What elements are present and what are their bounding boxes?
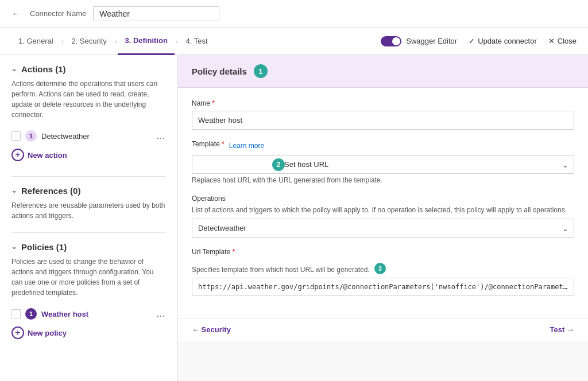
main-layout: ⌄ Actions (1) Actions determine the oper…: [0, 55, 588, 381]
policy-checkbox[interactable]: [11, 309, 21, 318]
required-indicator: *: [232, 248, 235, 256]
top-bar: ← Connector Name: [0, 0, 588, 28]
operations-select[interactable]: Detectweather: [192, 219, 574, 238]
references-section-header[interactable]: ⌄ References (0): [11, 186, 166, 196]
close-icon: ✕: [548, 37, 555, 45]
required-indicator: *: [222, 140, 225, 148]
nav-right-actions: Swagger Editor ✓ Update connector ✕ Clos…: [381, 36, 577, 46]
update-connector-button[interactable]: ✓ Update connector: [469, 37, 537, 45]
policy-item-row: 1 Weather host …: [11, 305, 166, 323]
url-template-label-row: Url Template *: [192, 248, 574, 259]
left-panel: ⌄ Actions (1) Actions determine the oper…: [0, 55, 178, 381]
plus-icon: +: [11, 149, 24, 161]
url-desc-row: Specifies template from which host URL w…: [192, 263, 574, 274]
actions-section-header[interactable]: ⌄ Actions (1): [11, 64, 166, 74]
actions-description: Actions determine the operations that us…: [11, 79, 166, 120]
tab-test[interactable]: 4. Test: [179, 28, 215, 55]
close-button[interactable]: ✕ Close: [548, 37, 577, 45]
back-to-security-link[interactable]: ← Security: [192, 325, 231, 334]
swagger-toggle[interactable]: [381, 36, 401, 46]
action-name: Detectweather: [41, 132, 90, 141]
template-label: Template *: [192, 140, 225, 148]
name-field-group: Name *: [192, 99, 574, 130]
actions-section: ⌄ Actions (1) Actions determine the oper…: [11, 64, 166, 165]
chevron-icon: ›: [176, 38, 178, 45]
action-badge: 1: [25, 130, 37, 142]
url-template-field-group: Url Template * Specifies template from w…: [192, 248, 574, 296]
url-template-label: Url Template *: [192, 248, 235, 256]
forward-to-test-link[interactable]: Test →: [550, 325, 574, 334]
url-template-desc: Specifies template from which host URL w…: [192, 266, 370, 274]
operations-select-wrap: Detectweather ⌄: [192, 219, 574, 238]
chevron-icon: ›: [61, 38, 64, 45]
chevron-down-icon: ⌄: [11, 65, 17, 73]
policy-more-button[interactable]: …: [156, 309, 166, 319]
action-checkbox[interactable]: [11, 131, 21, 141]
tab-general[interactable]: 1. General: [11, 28, 60, 55]
tab-security[interactable]: 2. Security: [64, 28, 113, 55]
divider: [11, 232, 166, 233]
new-action-button[interactable]: + New action: [11, 145, 67, 165]
references-description: References are reusable parameters used …: [11, 200, 166, 221]
template-field-group: Template * Learn more Set host URL 2 ⌄ R…: [192, 140, 574, 184]
operations-field-group: Operations List of actions and triggers …: [192, 195, 574, 238]
action-item-row: 1 Detectweather …: [11, 127, 166, 145]
bottom-navigation: ← Security Test →: [178, 318, 588, 341]
url-template-input[interactable]: [192, 278, 574, 296]
policy-details-title: Policy details: [192, 67, 247, 76]
chevron-icon: ›: [115, 38, 117, 45]
toggle-thumb: [392, 37, 400, 45]
connector-name-input[interactable]: [93, 6, 219, 21]
new-policy-button[interactable]: + New policy: [11, 323, 67, 343]
policy-header: Policy details 1: [178, 55, 588, 88]
step-badge-2: 2: [272, 158, 285, 171]
swagger-label: Swagger Editor: [406, 37, 457, 45]
connector-name-label: Connector Name: [30, 9, 86, 18]
name-label: Name *: [192, 99, 574, 107]
step-badge-3: 3: [374, 263, 386, 274]
policy-name: Weather host: [41, 310, 88, 318]
policy-badge: 1: [25, 308, 37, 320]
template-select-wrap: Set host URL 2 ⌄: [192, 155, 574, 174]
policies-section: ⌄ Policies (1) Policies are used to chan…: [11, 242, 166, 343]
divider: [11, 176, 166, 177]
name-input[interactable]: [192, 111, 574, 130]
policies-description: Policies are used to change the behavior…: [11, 256, 166, 298]
chevron-down-icon: ⌄: [11, 243, 17, 251]
template-label-row: Template * Learn more: [192, 140, 574, 151]
right-panel: Policy details 1 Name * Template *: [178, 55, 588, 381]
action-more-button[interactable]: …: [156, 131, 166, 141]
operations-label: Operations: [192, 195, 574, 203]
policies-section-header[interactable]: ⌄ Policies (1): [11, 242, 166, 252]
chevron-down-icon: ⌄: [11, 187, 17, 195]
nav-tabs: 1. General › 2. Security › 3. Definition…: [0, 28, 588, 55]
learn-more-link[interactable]: Learn more: [229, 142, 264, 150]
checkmark-icon: ✓: [469, 37, 475, 45]
policy-body: Name * Template * Learn more Set host UR…: [178, 88, 588, 318]
required-indicator: *: [212, 99, 215, 107]
operations-desc: List of actions and triggers to which th…: [192, 206, 574, 214]
back-button[interactable]: ←: [9, 6, 23, 21]
tab-definition[interactable]: 3. Definition: [118, 28, 174, 55]
swagger-toggle-wrap: Swagger Editor: [381, 36, 457, 46]
template-hint: Replaces host URL with the URL generated…: [192, 176, 574, 184]
template-select[interactable]: Set host URL: [192, 155, 574, 174]
references-section: ⌄ References (0) References are reusable…: [11, 186, 166, 221]
step-badge-1: 1: [254, 64, 268, 78]
plus-icon: +: [11, 326, 24, 339]
